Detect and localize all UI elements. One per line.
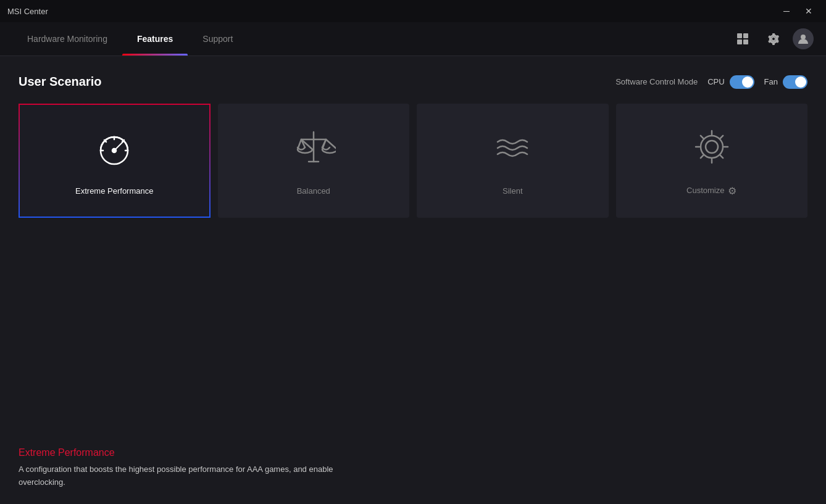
user-profile-button[interactable] <box>793 28 814 49</box>
silent-icon <box>490 126 535 176</box>
svg-point-18 <box>706 141 718 153</box>
customize-icon <box>690 125 734 175</box>
title-bar-controls: ─ ✕ <box>777 4 819 19</box>
gear-icon <box>767 32 780 46</box>
scenario-card-balanced[interactable]: Balanced <box>218 104 410 218</box>
svg-point-12 <box>112 149 116 152</box>
fan-toggle[interactable] <box>783 75 807 89</box>
description-title: Extreme Performance <box>19 447 807 458</box>
close-button[interactable]: ✕ <box>799 4 819 19</box>
extreme-performance-label: Extreme Performance <box>75 186 153 196</box>
main-content: User Scenario Software Control Mode CPU … <box>0 56 826 504</box>
balanced-label: Balanced <box>297 186 330 196</box>
scenario-card-customize[interactable]: Customize⚙ <box>616 104 808 218</box>
description-text: A configuration that boosts the highest … <box>19 463 807 489</box>
extreme-performance-icon <box>92 126 136 176</box>
section-header: User Scenario Software Control Mode CPU … <box>19 75 807 89</box>
scenario-grid: Extreme Performance <box>19 104 807 218</box>
tab-support[interactable]: Support <box>188 22 248 56</box>
tab-features[interactable]: Features <box>122 22 188 56</box>
svg-rect-3 <box>743 39 748 44</box>
svg-point-4 <box>801 35 806 39</box>
user-icon <box>797 33 809 45</box>
title-bar-left: MSI Center <box>7 7 48 16</box>
fan-toggle-group: Fan <box>764 75 807 89</box>
tab-hardware-monitoring[interactable]: Hardware Monitoring <box>12 22 122 56</box>
svg-rect-2 <box>737 39 742 44</box>
svg-rect-1 <box>743 33 748 38</box>
app-title: MSI Center <box>7 7 48 16</box>
controls-right: Software Control Mode CPU Fan <box>615 75 807 89</box>
settings-button[interactable] <box>762 27 785 51</box>
silent-label: Silent <box>503 186 523 196</box>
description-section: Extreme Performance A configuration that… <box>19 447 807 489</box>
customize-label: Customize⚙ <box>686 185 736 197</box>
balanced-icon <box>291 126 336 176</box>
grid-view-button[interactable] <box>731 27 754 51</box>
cpu-label: CPU <box>707 77 724 86</box>
section-title: User Scenario <box>19 75 102 89</box>
grid-icon <box>736 32 749 46</box>
customize-gear-icon: ⚙ <box>728 186 736 196</box>
software-control-mode-label: Software Control Mode <box>615 77 698 86</box>
cpu-toggle-group: CPU <box>707 75 754 89</box>
nav-bar: Hardware Monitoring Features Support <box>0 22 826 56</box>
scenario-card-extreme[interactable]: Extreme Performance <box>19 104 211 218</box>
cpu-toggle[interactable] <box>730 75 754 89</box>
svg-rect-0 <box>737 33 742 38</box>
nav-right <box>731 27 814 51</box>
fan-label: Fan <box>764 77 778 86</box>
minimize-button[interactable]: ─ <box>777 4 796 19</box>
scenario-card-silent[interactable]: Silent <box>417 104 609 218</box>
svg-point-19 <box>701 136 723 158</box>
nav-tabs: Hardware Monitoring Features Support <box>12 22 248 56</box>
title-bar: MSI Center ─ ✕ <box>0 0 826 22</box>
